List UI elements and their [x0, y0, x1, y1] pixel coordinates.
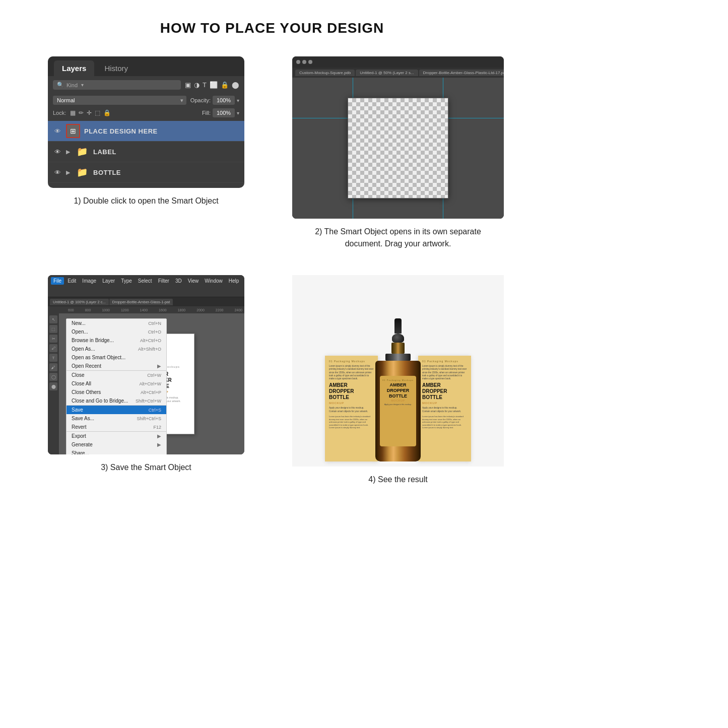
label-subtitle-right: MOCKUP — [422, 402, 467, 405]
menu-close-others[interactable]: Close Others Alt+Ctrl+P — [67, 388, 166, 396]
tool-2[interactable]: ⬚ — [49, 325, 57, 333]
menu-filter[interactable]: Filter — [156, 277, 172, 285]
kind-dropdown[interactable]: Kind — [67, 82, 78, 88]
ps-ruler: 600 800 1000 1200 1400 1600 1800 2000 22… — [48, 306, 244, 313]
lock-draw-icon[interactable]: ✏ — [79, 109, 84, 116]
opacity-group: Opacity: 100% ▾ — [190, 96, 239, 105]
menu-open-recent[interactable]: Open Recent ▶ — [67, 362, 166, 370]
bottle-label-title: AMBERDROPPERBOTTLE — [387, 382, 410, 399]
layer-thumb-smart-object: ⊞ — [66, 124, 80, 138]
search-icon: 🔍 — [57, 82, 64, 88]
layer1-label: PLACE DESIGN HERE — [84, 127, 158, 135]
blend-row: Normal ▾ Opacity: 100% ▾ — [48, 94, 244, 107]
menu-save[interactable]: Save Ctrl+S — [67, 406, 166, 414]
ps-topbar — [292, 56, 504, 68]
tool-6[interactable]: 🖌 — [49, 363, 57, 371]
caption-4: 4) See the result — [368, 474, 427, 486]
menu-open[interactable]: Open... Ctrl+O — [67, 327, 166, 336]
menu-open-smart[interactable]: Open as Smart Object... — [67, 353, 166, 362]
lock-move-icon[interactable]: ✛ — [87, 109, 92, 116]
bottle-label: 01 Packaging Mockups AMBERDROPPERBOTTLE … — [380, 376, 416, 446]
menu-close-all[interactable]: Close All Alt+Ctrl+W — [67, 379, 166, 388]
lock-artboard-icon[interactable]: ⬚ — [95, 109, 100, 116]
menu-share[interactable]: Share... — [67, 449, 166, 454]
tool-3[interactable]: ✂ — [49, 335, 57, 343]
eye-icon-3[interactable]: 👁 — [53, 169, 62, 176]
menu-select[interactable]: Select — [136, 277, 155, 285]
ps-doc-tab-3[interactable]: Dropper-Bottle-Amber-Glass-Plastic-Ltd-1… — [419, 70, 504, 76]
menu-file[interactable]: File — [51, 277, 64, 285]
layer-thumb-folder-label: 📁 — [75, 145, 89, 159]
bottle-neck — [391, 343, 405, 354]
menu-layer[interactable]: Layer — [100, 277, 117, 285]
dropper-bulb — [392, 334, 404, 343]
cell-1: Layers History 🔍 Kind ▾ ▣ ◑ T ⬜ 🔒 ⬤ — [30, 56, 262, 250]
fill-input[interactable]: 100% — [213, 108, 235, 117]
kind-search[interactable]: 🔍 Kind ▾ — [53, 80, 181, 90]
bottle-label-sub: MOCKUP — [391, 399, 405, 402]
channel-icon: ⬤ — [232, 81, 239, 89]
ps-doc-tab-2[interactable]: Untitled-1 @ 50% (Layer 2 s... — [356, 70, 418, 76]
caption-1: 1) Double click to open the Smart Object — [74, 195, 218, 207]
layers-list: 👁 ⊞ PLACE DESIGN HERE 👁 ▶ 📁 LABEL — [48, 121, 244, 183]
eye-icon-1[interactable]: 👁 — [53, 127, 62, 135]
eye-icon-2[interactable]: 👁 — [53, 148, 62, 155]
amber-bottle: 01 Packaging Mockups AMBERDROPPERBOTTLE … — [375, 318, 421, 461]
bottle-body: 01 Packaging Mockups AMBERDROPPERBOTTLE … — [375, 361, 421, 461]
kind-chevron: ▾ — [81, 82, 84, 88]
menu-type[interactable]: Type — [118, 277, 135, 285]
tool-5[interactable]: T — [49, 354, 57, 362]
label-main-title-right: AMBERDROPPERBOTTLE — [422, 382, 467, 401]
lock-pixel-icon[interactable]: ▦ — [70, 109, 76, 116]
pixel-icon: ▣ — [185, 81, 191, 89]
label-brand-right: 01 Packaging Mockups — [422, 360, 467, 363]
caption-2: 2) The Smart Object opens in its own sep… — [302, 226, 494, 250]
opacity-input[interactable]: 100% — [213, 96, 235, 105]
label-card-left: 01 Packaging Mockups Lorem ipsum is simp… — [325, 356, 378, 461]
tool-8[interactable]: ⬤ — [49, 382, 57, 390]
ps-menubar: File Edit Image Layer Type Select Filter… — [48, 275, 244, 286]
menu-new[interactable]: New... Ctrl+N — [67, 319, 166, 327]
layer3-label: BOTTLE — [93, 169, 121, 176]
folder-icon-2: 📁 — [77, 146, 88, 157]
opacity-label: Opacity: — [190, 97, 211, 103]
menu-export[interactable]: Export ▶ — [67, 432, 166, 440]
label-card-right: 01 Packaging Mockups Lorem ipsum is simp… — [418, 356, 471, 461]
tab-history[interactable]: History — [96, 60, 136, 76]
tool-7[interactable]: ◯ — [49, 373, 57, 381]
layer-row-label[interactable]: 👁 ▶ 📁 LABEL — [48, 142, 244, 162]
smart-icon: 🔒 — [221, 81, 229, 89]
lock-all-icon[interactable]: 🔒 — [103, 109, 111, 116]
menu-window[interactable]: Window — [202, 277, 225, 285]
blend-mode-dropdown[interactable]: Normal ▾ — [53, 96, 186, 105]
menu-view[interactable]: View — [185, 277, 202, 285]
ps-doc-tab-1[interactable]: Custom-Mockup-Square.pdb — [295, 70, 355, 76]
window-dot-3 — [308, 60, 312, 64]
menu-open-as[interactable]: Open As... Alt+Shift+O — [67, 345, 166, 353]
ps-doc-tab-a[interactable]: Untitled-1 @ 100% (Layer 2 c... — [50, 299, 109, 305]
label-extra-left: Lorem ipsum has been the industry's stan… — [329, 415, 374, 429]
menu-revert[interactable]: Revert F12 — [67, 423, 166, 431]
menu-browse-bridge[interactable]: Browse in Bridge... Alt+Ctrl+O — [67, 336, 166, 345]
folder-icon-3: 📁 — [77, 167, 88, 178]
tab-layers[interactable]: Layers — [54, 60, 94, 76]
caption-3: 3) Save the Smart Object — [101, 461, 191, 474]
menu-3d[interactable]: 3D — [173, 277, 184, 285]
bottle-label-text: Apply your designs to this mockup. — [384, 404, 412, 406]
menu-close-bridge[interactable]: Close and Go to Bridge... Shift+Ctrl+W — [67, 396, 166, 405]
cell-2: Custom-Mockup-Square.pdb Untitled-1 @ 50… — [282, 56, 514, 250]
menu-image[interactable]: Image — [80, 277, 99, 285]
tool-4[interactable]: 🖊 — [49, 344, 57, 352]
ps-doc-tab-b[interactable]: Dropper-Bottle-Amber-Glass-1-pat — [109, 299, 173, 305]
menu-generate[interactable]: Generate ▶ — [67, 440, 166, 449]
menu-save-as[interactable]: Save As... Shift+Ctrl+S — [67, 414, 166, 423]
menu-close[interactable]: Close Ctrl+W — [67, 371, 166, 379]
layer-row-place-design[interactable]: 👁 ⊞ PLACE DESIGN HERE — [48, 121, 244, 142]
file-dropdown-menu: New... Ctrl+N Open... Ctrl+O Browse in B… — [66, 318, 167, 454]
fill-arrow: ▾ — [237, 110, 239, 116]
menu-help[interactable]: Help — [226, 277, 242, 285]
menu-section-4: Export ▶ Generate ▶ Share... S — [67, 432, 166, 454]
menu-edit[interactable]: Edit — [65, 277, 79, 285]
layer-row-bottle[interactable]: 👁 ▶ 📁 BOTTLE — [48, 162, 244, 183]
tool-1[interactable]: ↖ — [49, 315, 57, 323]
